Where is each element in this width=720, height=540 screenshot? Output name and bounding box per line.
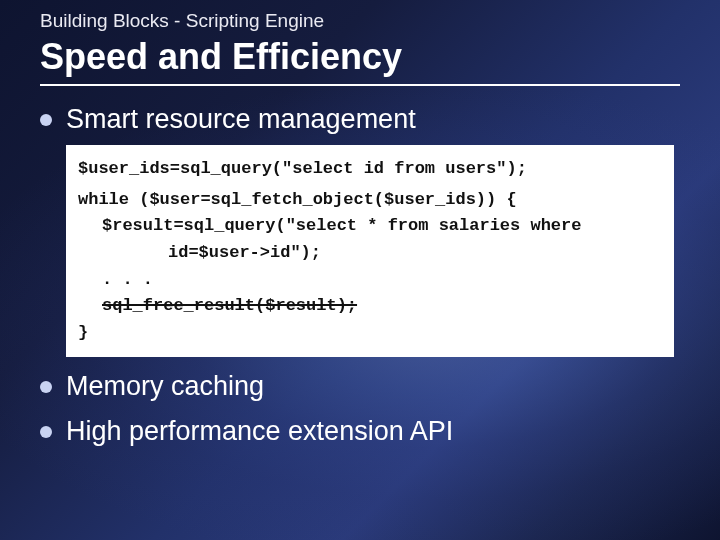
code-block: $user_ids=sql_query("select id from user… xyxy=(66,145,674,357)
code-line: $user_ids=sql_query("select id from user… xyxy=(78,157,662,182)
slide-body: Smart resource management $user_ids=sql_… xyxy=(0,104,720,447)
bullet-item-2: Memory caching xyxy=(40,371,680,402)
code-line: } xyxy=(78,321,662,346)
code-line-continuation: id=$user->id"); xyxy=(78,241,662,266)
code-line-struck: sql_free_result($result); xyxy=(78,294,662,319)
bullet-text: High performance extension API xyxy=(66,416,453,447)
bullet-text: Memory caching xyxy=(66,371,264,402)
slide: Building Blocks - Scripting Engine Speed… xyxy=(0,0,720,540)
bullet-icon xyxy=(40,381,52,393)
bullet-icon xyxy=(40,114,52,126)
header-rule xyxy=(40,84,680,86)
bullet-item-3: High performance extension API xyxy=(40,416,680,447)
slide-header: Building Blocks - Scripting Engine Speed… xyxy=(0,0,720,86)
bullet-icon xyxy=(40,426,52,438)
bullet-item-1: Smart resource management xyxy=(40,104,680,135)
code-line: while ($user=sql_fetch_object($user_ids)… xyxy=(78,188,662,213)
slide-kicker: Building Blocks - Scripting Engine xyxy=(40,10,680,32)
slide-title: Speed and Efficiency xyxy=(40,36,680,78)
code-line: . . . xyxy=(78,268,662,293)
code-line: $result=sql_query("select * from salarie… xyxy=(78,214,662,239)
bullet-text: Smart resource management xyxy=(66,104,416,135)
